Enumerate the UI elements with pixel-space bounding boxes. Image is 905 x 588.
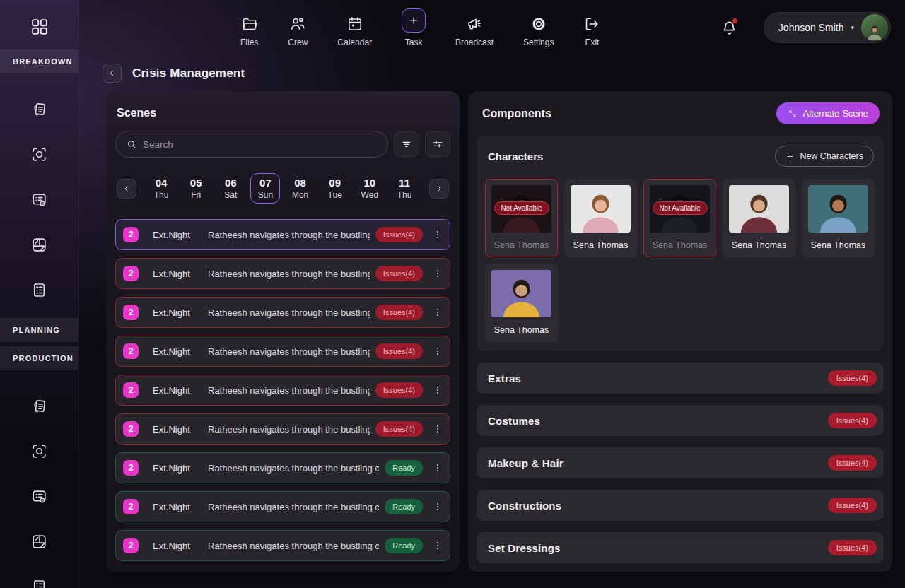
date-cell[interactable]: 07 Sun — [250, 173, 280, 204]
scene-row[interactable]: 2 Ext.Night Ratheesh navigates through t… — [115, 336, 450, 367]
checklist-icon[interactable] — [27, 577, 52, 588]
kebab-menu-button[interactable] — [430, 380, 445, 401]
component-section-row[interactable]: Costumes Issues(4) — [477, 405, 884, 436]
component-section-row[interactable]: Constructions Issues(4) — [477, 490, 884, 521]
scene-row[interactable]: 2 Ext.Night Ratheesh navigates through t… — [115, 219, 450, 250]
component-section-row[interactable]: Extras Issues(4) — [477, 363, 884, 394]
kebab-menu-button[interactable] — [430, 418, 445, 440]
scenes-title: Scenes — [117, 107, 450, 119]
kebab-menu-button[interactable] — [430, 263, 445, 284]
component-sections: Extras Issues(4) Costumes Issues(4) Make… — [477, 363, 884, 563]
scene-row[interactable]: 2 Ext.Night Ratheesh navigates through t… — [115, 452, 450, 483]
shotlist-eye-icon[interactable] — [27, 486, 52, 506]
script-pages-icon[interactable] — [27, 396, 52, 416]
scene-slug: Ext.Night — [153, 307, 208, 318]
nav-calendar[interactable]: Calendar — [337, 8, 372, 47]
kebab-menu-button[interactable] — [430, 535, 445, 556]
not-available-badge: Not Available — [494, 201, 549, 215]
status-badge: Ready — [385, 460, 423, 476]
dates-next-button[interactable] — [429, 179, 449, 199]
scene-row[interactable]: 2 Ext.Night Ratheesh navigates through t… — [115, 491, 450, 522]
storyboard-collage-icon[interactable] — [27, 235, 52, 254]
kebab-menu-button[interactable] — [430, 457, 445, 478]
sidebar-section-breakdown[interactable]: BREAKDOWN — [0, 49, 78, 74]
scene-row[interactable]: 2 Ext.Night Ratheesh navigates through t… — [115, 413, 450, 445]
nav-crew[interactable]: Crew — [288, 8, 308, 47]
chevron-left-icon — [107, 68, 117, 78]
person-icon — [808, 192, 868, 233]
date-cell[interactable]: 10 Wed — [355, 173, 385, 204]
alternate-scene-button[interactable]: Alternate Scene — [776, 102, 880, 124]
scene-description: Ratheesh navigates through the bustling … — [208, 502, 379, 512]
top-navigation: Files Crew Calendar Task Broadcast Setti… — [240, 8, 600, 47]
issues-badge: Issues(4) — [828, 413, 877, 428]
folder-icon — [241, 8, 258, 33]
character-card[interactable]: Sena Thomas — [485, 264, 558, 342]
app-logo[interactable] — [25, 17, 54, 37]
filter-button[interactable] — [394, 131, 419, 157]
character-name: Sena Thomas — [729, 240, 789, 250]
scene-number-badge: 2 — [123, 499, 139, 514]
component-section-row[interactable]: Makeup & Hair Issues(4) — [477, 447, 884, 478]
date-weekday: Sat — [221, 190, 240, 200]
nav-exit[interactable]: Exit — [583, 8, 600, 47]
date-cell[interactable]: 05 Fri — [181, 173, 211, 204]
scene-row[interactable]: 2 Ext.Night Ratheesh navigates through t… — [115, 375, 450, 406]
date-number: 05 — [186, 177, 206, 189]
scene-row[interactable]: 2 Ext.Night Ratheesh navigates through t… — [115, 258, 450, 289]
date-cell[interactable]: 09 Tue — [320, 173, 350, 204]
kebab-icon — [432, 228, 443, 242]
nav-broadcast[interactable]: Broadcast — [455, 8, 494, 47]
scene-description: Ratheesh navigates through the bustling … — [208, 307, 370, 318]
scene-row[interactable]: 2 Ext.Night Ratheesh navigates through t… — [115, 530, 450, 561]
user-menu[interactable]: Johnson Smith ▾ — [764, 12, 891, 43]
component-section-row[interactable]: Set Dressings Issues(4) — [477, 532, 884, 563]
components-title: Components — [482, 107, 551, 120]
kebab-menu-button[interactable] — [430, 302, 445, 323]
topbar: Files Crew Calendar Task Broadcast Setti… — [79, 0, 905, 55]
character-card[interactable]: Sena Thomas — [723, 179, 795, 257]
date-cell[interactable]: 11 Thu — [390, 173, 419, 204]
date-cell[interactable]: 04 Thu — [146, 173, 176, 204]
date-cell[interactable]: 06 Sat — [216, 173, 245, 204]
character-name: Sena Thomas — [808, 240, 868, 250]
nav-files[interactable]: Files — [240, 8, 258, 47]
script-pages-icon[interactable] — [27, 99, 52, 119]
issues-badge: Issues(4) — [828, 370, 877, 386]
search-box — [115, 131, 388, 158]
search-input[interactable] — [143, 139, 378, 150]
dates-prev-button[interactable] — [117, 179, 136, 199]
new-characters-button[interactable]: New Characters — [775, 146, 874, 167]
sidebar-section-planning[interactable]: PLANNING — [0, 318, 78, 342]
sort-options-button[interactable] — [425, 131, 450, 157]
sidebar-section-production[interactable]: PRODUCTION — [0, 346, 78, 370]
character-photo — [491, 270, 551, 317]
kebab-menu-button[interactable] — [430, 224, 445, 245]
kebab-menu-button[interactable] — [430, 496, 445, 517]
kebab-menu-button[interactable] — [430, 341, 445, 362]
scene-description: Ratheesh navigates through the bustling … — [208, 346, 370, 357]
exit-icon — [583, 8, 600, 33]
character-card[interactable]: Not Available Sena Thomas — [485, 179, 558, 257]
page-title: Crisis Management — [132, 66, 245, 81]
nav-settings[interactable]: Settings — [523, 8, 554, 47]
back-button[interactable] — [103, 64, 122, 83]
nav-task[interactable]: Task — [402, 8, 426, 47]
scene-description: Ratheesh navigates through the bustling … — [208, 424, 370, 435]
date-cell[interactable]: 08 Mon — [286, 173, 315, 204]
notifications-button[interactable] — [720, 19, 738, 37]
character-card[interactable]: Sena Thomas — [802, 179, 875, 257]
person-icon — [571, 192, 631, 233]
nav-label: Task — [405, 37, 423, 47]
avatar — [861, 14, 888, 41]
person-icon — [729, 192, 789, 233]
chevron-down-icon: ▾ — [851, 24, 854, 31]
scene-focus-icon[interactable] — [27, 441, 52, 461]
scene-row[interactable]: 2 Ext.Night Ratheesh navigates through t… — [115, 297, 450, 328]
storyboard-collage-icon[interactable] — [27, 531, 52, 551]
scene-focus-icon[interactable] — [27, 144, 52, 164]
character-card[interactable]: Sena Thomas — [564, 179, 637, 257]
shotlist-eye-icon[interactable] — [27, 189, 52, 209]
character-card[interactable]: Not Available Sena Thomas — [643, 179, 716, 257]
checklist-icon[interactable] — [27, 280, 52, 300]
